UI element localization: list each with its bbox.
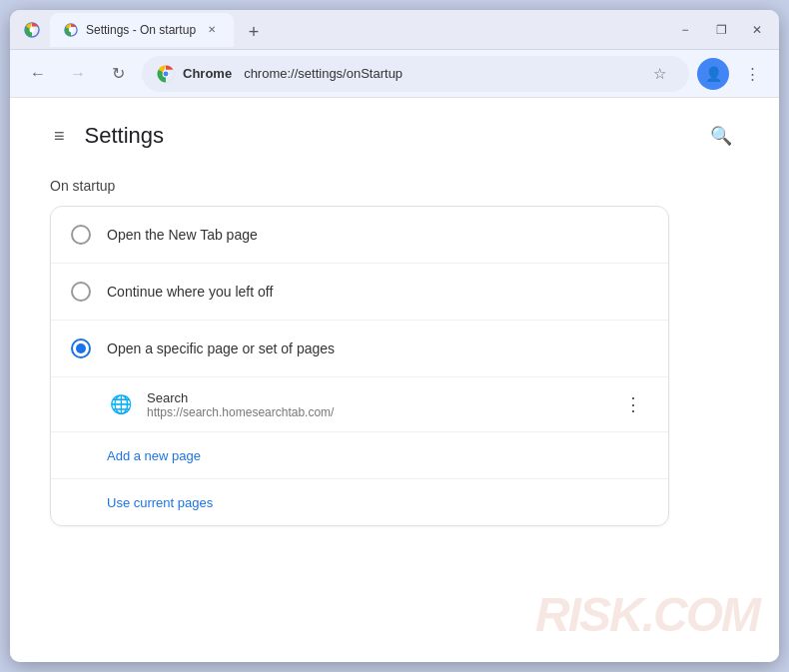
content-area: ≡ Settings 🔍 On startup — [10, 98, 779, 662]
settings-main: ≡ Settings 🔍 On startup — [10, 98, 779, 662]
radio-new-tab[interactable] — [71, 225, 91, 245]
active-tab[interactable]: Settings - On startup ✕ — [50, 13, 234, 47]
svg-point-1 — [30, 27, 35, 32]
svg-point-3 — [69, 27, 73, 31]
section-label: On startup — [50, 178, 739, 194]
window-icon — [22, 20, 42, 40]
tab-settings-icon — [64, 23, 78, 37]
nav-bar: ← → ↻ Chrome chrome://settings/onStartup… — [10, 50, 779, 98]
startup-options-card: Open the New Tab page Continue where you… — [50, 206, 669, 526]
add-page-link[interactable]: Add a new page — [107, 448, 201, 463]
page-title: Settings — [85, 123, 165, 149]
svg-point-6 — [164, 71, 169, 76]
restore-button[interactable]: ❐ — [707, 16, 735, 44]
page-url: https://search.homesearchtab.com/ — [147, 405, 606, 419]
chrome-logo-icon — [157, 65, 175, 83]
address-bar[interactable]: Chrome chrome://settings/onStartup ☆ — [142, 56, 689, 92]
option-continue-label: Continue where you left off — [107, 284, 273, 300]
radio-continue[interactable] — [71, 282, 91, 302]
refresh-button[interactable]: ↻ — [102, 58, 134, 90]
chrome-brand-label: Chrome — [183, 66, 232, 81]
title-bar: Settings - On startup ✕ + − ❐ ✕ — [10, 10, 779, 50]
option-new-tab-row[interactable]: Open the New Tab page — [51, 207, 668, 264]
radio-specific[interactable] — [71, 338, 91, 358]
back-button[interactable]: ← — [22, 58, 54, 90]
globe-icon: 🌐 — [107, 390, 135, 418]
option-new-tab-label: Open the New Tab page — [107, 227, 258, 243]
title-bar-left — [18, 20, 42, 40]
address-actions: ☆ — [644, 59, 674, 89]
add-page-row[interactable]: Add a new page — [51, 432, 668, 479]
sidebar-menu-button[interactable]: ≡ — [50, 122, 69, 151]
use-current-link[interactable]: Use current pages — [107, 495, 213, 510]
option-specific-row[interactable]: Open a specific page or set of pages — [51, 321, 668, 377]
tab-close-button[interactable]: ✕ — [204, 22, 220, 38]
bookmark-button[interactable]: ☆ — [644, 59, 674, 89]
page-menu-button[interactable]: ⋮ — [618, 389, 648, 419]
new-tab-button[interactable]: + — [240, 19, 268, 47]
settings-search-button[interactable]: 🔍 — [703, 118, 739, 154]
option-specific-label: Open a specific page or set of pages — [107, 340, 335, 356]
minimize-button[interactable]: − — [671, 16, 699, 44]
settings-header: ≡ Settings 🔍 — [50, 118, 739, 154]
browser-window: Settings - On startup ✕ + − ❐ ✕ ← — [10, 10, 779, 662]
tab-group: Settings - On startup ✕ + — [50, 13, 268, 47]
chrome-menu-button[interactable]: ⋮ — [737, 59, 767, 89]
close-button[interactable]: ✕ — [743, 16, 771, 44]
page-name: Search — [147, 390, 606, 405]
forward-button[interactable]: → — [62, 58, 94, 90]
settings-layout: ≡ Settings 🔍 On startup — [10, 98, 779, 662]
radio-selected-indicator — [76, 343, 86, 353]
page-info: Search https://search.homesearchtab.com/ — [147, 390, 606, 419]
startup-page-entry: 🌐 Search https://search.homesearchtab.co… — [51, 377, 668, 432]
title-bar-controls: − ❐ ✕ — [671, 16, 771, 44]
settings-header-left: ≡ Settings — [50, 122, 164, 151]
watermark: RISK.COM — [535, 587, 759, 642]
tab-title: Settings - On startup — [86, 23, 196, 37]
option-continue-row[interactable]: Continue where you left off — [51, 264, 668, 321]
use-current-row[interactable]: Use current pages — [51, 479, 668, 525]
address-text: chrome://settings/onStartup — [244, 66, 636, 81]
profile-button[interactable]: 👤 — [697, 58, 729, 90]
